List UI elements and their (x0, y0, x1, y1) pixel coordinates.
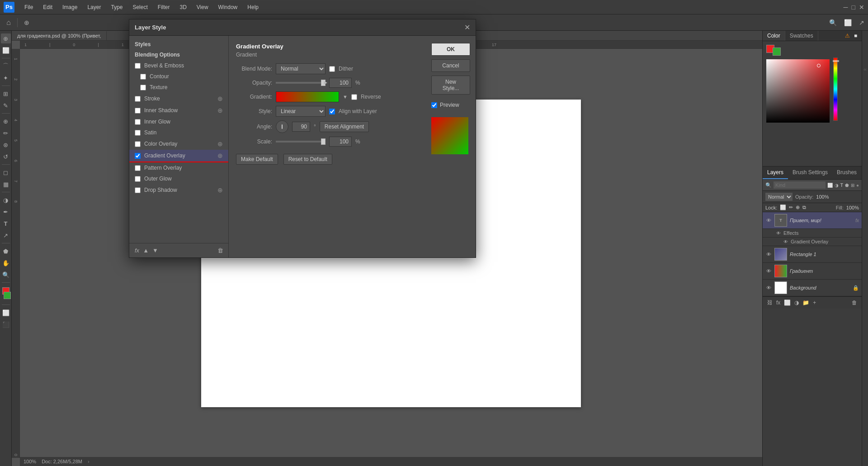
blend-mode-row: Blend Mode: Normal Dissolve Multiply Dit… (236, 63, 419, 74)
bottom-buttons: Make Default Reset to Default (236, 154, 419, 165)
preview-thumbnail (431, 117, 468, 154)
color-overlay-label: Color Overlay (144, 141, 177, 147)
scale-input[interactable]: 100 (329, 137, 352, 147)
sidebar-drop-shadow[interactable]: Drop Shadow ⊕ (129, 184, 228, 196)
opacity-form-label: Opacity: (236, 80, 272, 86)
opacity-slider[interactable] (276, 82, 326, 84)
angle-unit: ° (314, 124, 316, 130)
reset-alignment-btn[interactable]: Reset Alignment (320, 121, 369, 132)
styles-label: Styles (129, 39, 228, 49)
opacity-slider-container (276, 82, 326, 84)
inner-shadow-label: Inner Shadow (144, 107, 178, 114)
dialog-main-content: Gradient Overlay Gradient Blend Mode: No… (229, 36, 426, 257)
reset-to-default-btn[interactable]: Reset to Default (283, 154, 332, 165)
opacity-slider-thumb (324, 81, 327, 85)
dialog-overlay: Layer Style ✕ Styles Blending Options Be… (0, 0, 868, 466)
angle-indicator (282, 124, 283, 129)
inner-glow-checkbox[interactable] (135, 119, 141, 125)
color-overlay-plus-btn[interactable]: ⊕ (217, 140, 223, 147)
drop-shadow-plus-btn[interactable]: ⊕ (217, 186, 223, 194)
angle-row: Angle: 90 ° Reset Alignment (236, 120, 419, 133)
inner-shadow-checkbox[interactable] (135, 108, 141, 114)
preview-label: Preview (440, 102, 459, 108)
opacity-row: Opacity: 100 % (236, 78, 419, 88)
preview-row: Preview (431, 102, 470, 108)
sidebar-down-btn[interactable]: ▼ (152, 247, 158, 254)
contour-checkbox[interactable] (140, 74, 146, 80)
angle-dial[interactable] (276, 120, 288, 133)
scale-label: Scale: (236, 138, 272, 145)
sub-title: Gradient (236, 52, 419, 58)
gradient-label: Gradient: (236, 94, 272, 100)
angle-input[interactable]: 90 (292, 122, 310, 132)
drop-shadow-label: Drop Shadow (144, 187, 177, 193)
inner-shadow-plus-btn[interactable]: ⊕ (217, 107, 223, 114)
blend-mode-select[interactable]: Normal Dissolve Multiply (276, 63, 326, 74)
dialog-actions: OK Cancel New Style... Preview (426, 36, 476, 257)
scale-slider-container (276, 141, 326, 143)
new-style-btn[interactable]: New Style... (431, 76, 470, 95)
sidebar-delete-btn[interactable]: 🗑 (217, 247, 223, 254)
layer-style-dialog: Layer Style ✕ Styles Blending Options Be… (129, 19, 476, 258)
outer-glow-checkbox[interactable] (135, 176, 141, 182)
stroke-label: Stroke (144, 95, 160, 102)
reverse-checkbox[interactable] (351, 94, 357, 100)
scale-row: Scale: 100 % (236, 137, 419, 147)
pattern-overlay-label: Pattern Overlay (144, 165, 182, 171)
opacity-unit: % (355, 80, 360, 86)
dialog-sidebar: Styles Blending Options Bevel & Emboss C… (129, 36, 229, 257)
sidebar-blending-options[interactable]: Blending Options (129, 49, 228, 60)
texture-checkbox[interactable] (140, 85, 146, 90)
gradient-overlay-plus-btn[interactable]: ⊕ (217, 152, 223, 159)
color-overlay-checkbox[interactable] (135, 141, 141, 147)
gradient-preview[interactable] (276, 91, 339, 102)
make-default-btn[interactable]: Make Default (236, 154, 278, 165)
align-checkbox[interactable] (329, 109, 335, 114)
blending-options-label: Blending Options (135, 52, 180, 58)
align-label: Align with Layer (339, 108, 377, 114)
sidebar-satin[interactable]: Satin (129, 127, 228, 138)
dialog-close-btn[interactable]: ✕ (464, 23, 470, 32)
sidebar-inner-shadow[interactable]: Inner Shadow ⊕ (129, 105, 228, 116)
style-select[interactable]: Linear Radial Angle (276, 106, 326, 117)
sidebar-bevel-emboss[interactable]: Bevel & Emboss (129, 60, 228, 71)
cancel-btn[interactable]: Cancel (431, 59, 470, 72)
sidebar-texture[interactable]: Texture (129, 82, 228, 93)
scale-unit: % (355, 138, 360, 145)
stroke-checkbox[interactable] (135, 96, 141, 102)
blend-mode-label: Blend Mode: (236, 66, 272, 72)
sidebar-stroke[interactable]: Stroke ⊕ (129, 93, 228, 105)
gradient-overlay-checkbox[interactable] (135, 153, 141, 159)
sidebar-gradient-overlay[interactable]: Gradient Overlay ⊕ (129, 150, 228, 162)
sidebar-up-btn[interactable]: ▲ (143, 247, 149, 254)
bevel-checkbox[interactable] (135, 63, 141, 69)
stroke-plus-btn[interactable]: ⊕ (217, 95, 223, 102)
dither-checkbox[interactable] (329, 66, 335, 72)
preview-checkbox[interactable] (431, 102, 437, 108)
sidebar-pattern-overlay[interactable]: Pattern Overlay (129, 162, 228, 173)
sidebar-outer-glow[interactable]: Outer Glow (129, 173, 228, 184)
dialog-title: Layer Style (135, 24, 166, 31)
dialog-title-bar: Layer Style ✕ (129, 19, 476, 36)
sidebar-inner-glow[interactable]: Inner Glow (129, 116, 228, 127)
reverse-label: Reverse (361, 94, 381, 100)
angle-label: Angle: (236, 124, 272, 130)
opacity-input[interactable]: 100 (329, 78, 352, 88)
outer-glow-label: Outer Glow (144, 176, 172, 182)
satin-label: Satin (144, 129, 156, 136)
gradient-dropdown-arrow[interactable]: ▼ (343, 94, 348, 100)
pattern-overlay-checkbox[interactable] (135, 165, 141, 171)
style-row: Style: Linear Radial Angle Align with La… (236, 106, 419, 117)
sidebar-color-overlay[interactable]: Color Overlay ⊕ (129, 138, 228, 150)
drop-shadow-checkbox[interactable] (135, 187, 141, 193)
satin-checkbox[interactable] (135, 130, 141, 136)
fx-icon: fx (135, 247, 139, 254)
scale-slider[interactable] (276, 141, 326, 143)
dialog-body: Styles Blending Options Bevel & Emboss C… (129, 36, 476, 257)
texture-label: Texture (150, 84, 167, 90)
contour-label: Contour (150, 73, 169, 80)
inner-glow-label: Inner Glow (144, 119, 170, 125)
sidebar-contour[interactable]: Contour (129, 71, 228, 82)
bevel-label: Bevel & Emboss (144, 62, 184, 69)
ok-btn[interactable]: OK (431, 43, 470, 56)
